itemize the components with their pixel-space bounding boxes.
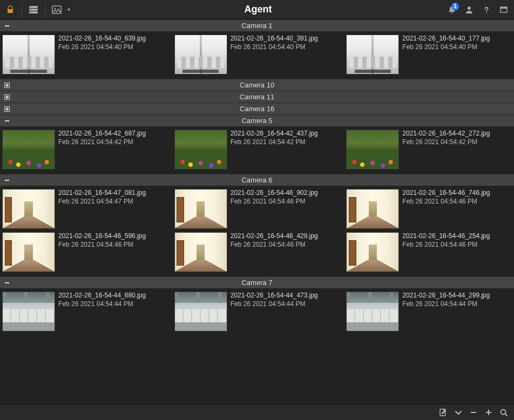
group-header[interactable]: Camera 11	[0, 91, 514, 103]
thumbnail-meta: 2021-02-26_16-54-42_272.jpgFeb 26 2021 0…	[402, 130, 512, 170]
svg-point-11	[486, 12, 487, 13]
group-title: Camera 5	[0, 117, 514, 125]
thumbnail-image[interactable]	[2, 232, 55, 272]
thumbnail-image[interactable]	[174, 232, 227, 272]
thumbnail-item[interactable]: 2021-02-26_16-54-44_299.jpgFeb 26 2021 0…	[346, 292, 512, 331]
thumbnail-image[interactable]	[346, 130, 399, 170]
thumbnail-meta: 2021-02-26_16-54-46_429.jpgFeb 26 2021 0…	[231, 232, 340, 272]
group-title: Camera 6	[0, 176, 514, 184]
thumbnail-item[interactable]: 2021-02-26_16-54-42_437.jpgFeb 26 2021 0…	[174, 130, 340, 170]
group-header[interactable]: Camera 7	[0, 276, 514, 288]
thumbnail-item[interactable]: 2021-02-26_16-54-42_687.jpgFeb 26 2021 0…	[2, 130, 168, 170]
content: Camera 12021-02-26_16-54-40_639.jpgFeb 2…	[0, 19, 514, 404]
datetime-label: Feb 26 2021 04:54:44 PM	[402, 300, 512, 309]
thumbnail-item[interactable]: 2021-02-26_16-54-46_254.jpgFeb 26 2021 0…	[346, 232, 512, 272]
expand-icon[interactable]	[3, 94, 11, 100]
thumbnail-item[interactable]: 2021-02-26_16-54-40_177.jpgFeb 26 2021 0…	[346, 35, 512, 74]
user-icon[interactable]	[461, 2, 477, 18]
thumbnail-image[interactable]	[2, 130, 55, 170]
svg-point-8	[55, 8, 56, 9]
lock-icon[interactable]	[2, 2, 18, 18]
group-header[interactable]: Camera 6	[0, 174, 514, 186]
expand-icon[interactable]	[3, 83, 11, 88]
thumbnail-item[interactable]: 2021-02-26_16-54-40_391.jpgFeb 26 2021 0…	[174, 35, 340, 74]
thumbnail-image[interactable]	[346, 189, 399, 229]
thumbnail-image[interactable]	[174, 130, 227, 170]
filename-label: 2021-02-26_16-54-44_680.jpg	[58, 292, 168, 300]
thumbnail-image[interactable]	[2, 292, 55, 331]
expand-icon[interactable]	[3, 106, 11, 112]
thumbnail-image[interactable]	[346, 292, 399, 331]
chevron-down-icon[interactable]: ▾	[65, 6, 72, 12]
thumbnail-image[interactable]	[346, 232, 399, 272]
collapse-icon[interactable]	[3, 23, 11, 29]
datetime-label: Feb 26 2021 04:54:42 PM	[402, 138, 512, 147]
thumbnail-item[interactable]: 2021-02-26_16-54-42_272.jpgFeb 26 2021 0…	[346, 130, 512, 170]
page-title: Agent	[72, 4, 444, 15]
filename-label: 2021-02-26_16-54-46_429.jpg	[231, 232, 340, 241]
thumbnail-image[interactable]	[174, 35, 227, 74]
svg-point-4	[30, 6, 31, 8]
search-icon[interactable]	[497, 405, 511, 419]
thumbnail-image[interactable]	[174, 292, 227, 331]
window-icon[interactable]	[496, 2, 512, 18]
image-icon[interactable]	[49, 2, 65, 18]
collapse-icon[interactable]	[3, 280, 11, 286]
filename-label: 2021-02-26_16-54-46_254.jpg	[402, 232, 512, 241]
thumbnail-meta: 2021-02-26_16-54-40_391.jpgFeb 26 2021 0…	[231, 35, 340, 74]
topbar: ▾ Agent 1	[0, 0, 514, 19]
chevron-down-icon[interactable]	[451, 405, 465, 419]
thumbnail-item[interactable]: 2021-02-26_16-54-46_429.jpgFeb 26 2021 0…	[174, 232, 340, 272]
notifications-icon[interactable]: 1	[444, 2, 460, 18]
thumbnail-item[interactable]: 2021-02-26_16-54-46_902.jpgFeb 26 2021 0…	[174, 189, 340, 229]
filename-label: 2021-02-26_16-54-44_299.jpg	[402, 292, 512, 300]
svg-rect-24	[5, 120, 9, 121]
svg-rect-13	[501, 7, 507, 9]
thumbnail-image[interactable]	[2, 35, 55, 74]
datetime-label: Feb 26 2021 04:54:40 PM	[231, 43, 340, 52]
group-header[interactable]: Camera 10	[0, 79, 514, 91]
group-header[interactable]: Camera 5	[0, 114, 514, 126]
datetime-label: Feb 26 2021 04:54:44 PM	[231, 300, 340, 309]
thumbnail-item[interactable]: 2021-02-26_16-54-40_639.jpgFeb 26 2021 0…	[2, 35, 168, 74]
datetime-label: Feb 26 2021 04:54:46 PM	[402, 198, 512, 206]
thumbnail-item[interactable]: 2021-02-26_16-54-46_596.jpgFeb 26 2021 0…	[2, 232, 168, 272]
group-body: 2021-02-26_16-54-42_687.jpgFeb 26 2021 0…	[0, 126, 514, 174]
filename-label: 2021-02-26_16-54-46_902.jpg	[231, 189, 340, 198]
collapse-icon[interactable]	[3, 178, 11, 183]
filename-label: 2021-02-26_16-54-44_473.jpg	[231, 292, 340, 300]
help-icon[interactable]	[478, 2, 495, 18]
thumbnail-item[interactable]: 2021-02-26_16-54-44_680.jpgFeb 26 2021 0…	[2, 292, 168, 331]
server-icon[interactable]	[25, 2, 42, 18]
svg-rect-23	[6, 107, 8, 111]
group-title: Camera 1	[0, 22, 514, 30]
thumbnail-meta: 2021-02-26_16-54-42_437.jpgFeb 26 2021 0…	[231, 130, 340, 170]
svg-rect-30	[488, 410, 489, 415]
plus-icon[interactable]	[482, 405, 496, 419]
datetime-label: Feb 26 2021 04:54:46 PM	[231, 198, 340, 206]
thumbnail-meta: 2021-02-26_16-54-44_299.jpgFeb 26 2021 0…	[402, 292, 512, 331]
group-body: 2021-02-26_16-54-44_680.jpgFeb 26 2021 0…	[0, 288, 514, 336]
datetime-label: Feb 26 2021 04:54:46 PM	[402, 241, 512, 249]
thumbnail-meta: 2021-02-26_16-54-40_639.jpgFeb 26 2021 0…	[58, 35, 168, 74]
datetime-label: Feb 26 2021 04:54:44 PM	[58, 300, 168, 309]
minus-icon[interactable]	[466, 405, 481, 419]
divider	[22, 3, 22, 16]
thumbnail-image[interactable]	[2, 189, 55, 229]
group-title: Camera 11	[0, 93, 514, 101]
svg-rect-20	[6, 96, 8, 99]
collapse-icon[interactable]	[3, 118, 11, 124]
thumbnail-image[interactable]	[174, 189, 227, 229]
datetime-label: Feb 26 2021 04:54:46 PM	[231, 241, 340, 249]
thumbnail-item[interactable]: 2021-02-26_16-54-47_081.jpgFeb 26 2021 0…	[2, 189, 168, 229]
thumbnail-meta: 2021-02-26_16-54-47_081.jpgFeb 26 2021 0…	[58, 189, 168, 229]
group-header[interactable]: Camera 1	[0, 19, 514, 31]
thumbnail-item[interactable]: 2021-02-26_16-54-44_473.jpgFeb 26 2021 0…	[174, 292, 340, 331]
group-header[interactable]: Camera 16	[0, 103, 514, 114]
edit-icon[interactable]	[436, 405, 450, 419]
thumbnail-image[interactable]	[346, 35, 399, 74]
thumbnail-meta: 2021-02-26_16-54-42_687.jpgFeb 26 2021 0…	[58, 130, 168, 170]
thumbnail-item[interactable]: 2021-02-26_16-54-46_746.jpgFeb 26 2021 0…	[346, 189, 512, 229]
filename-label: 2021-02-26_16-54-46_596.jpg	[58, 232, 168, 241]
topbar-right: 1	[444, 2, 512, 18]
